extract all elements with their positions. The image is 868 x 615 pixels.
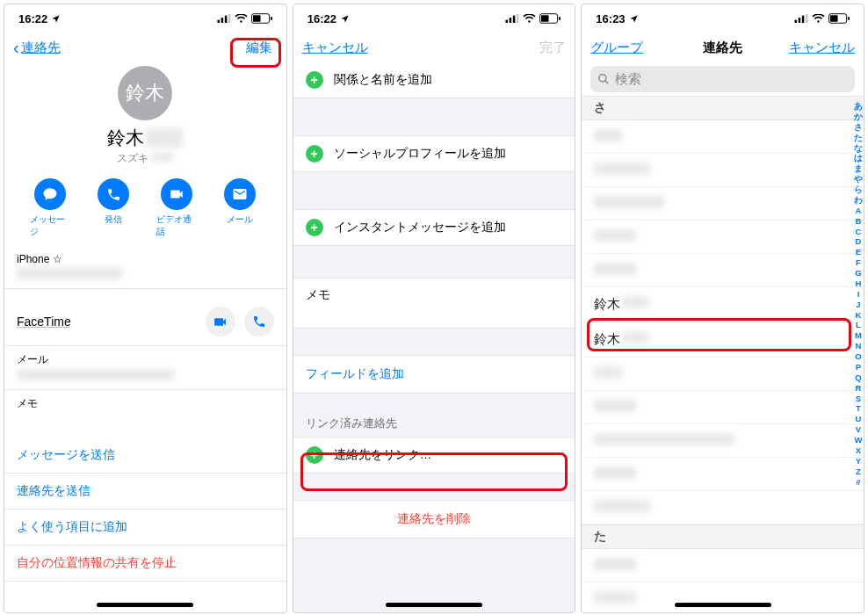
- index-letter[interactable]: A: [856, 206, 862, 216]
- index-letter[interactable]: N: [856, 341, 862, 351]
- contact-row[interactable]: [582, 358, 864, 391]
- cancel-button[interactable]: キャンセル: [789, 40, 855, 56]
- contact-row[interactable]: [582, 391, 864, 424]
- edit-button[interactable]: 編集: [241, 38, 278, 58]
- status-time: 16:23: [596, 12, 625, 25]
- index-letter[interactable]: P: [856, 362, 861, 373]
- add-relation-row[interactable]: + 関係と名前を追加: [293, 62, 575, 98]
- home-indicator[interactable]: [675, 603, 771, 607]
- link-contact-row[interactable]: + 連絡先をリンク…: [293, 437, 575, 474]
- back-button[interactable]: ‹ 連絡先: [13, 39, 83, 56]
- index-letter[interactable]: S: [856, 394, 861, 404]
- index-letter[interactable]: か: [854, 112, 863, 122]
- contact-list[interactable]: さ鈴木鈴木た: [582, 96, 864, 612]
- index-letter[interactable]: V: [856, 424, 861, 435]
- svg-rect-19: [830, 15, 838, 22]
- index-letter[interactable]: ら: [854, 184, 863, 195]
- contact-row[interactable]: [582, 491, 864, 525]
- index-letter[interactable]: あ: [854, 101, 863, 112]
- add-im-row[interactable]: + インスタントメッセージを追加: [293, 209, 575, 246]
- index-letter[interactable]: T: [856, 403, 861, 414]
- location-icon: [340, 14, 350, 24]
- index-letter[interactable]: C: [856, 227, 862, 237]
- mail-row[interactable]: メール: [4, 346, 286, 390]
- index-letter[interactable]: W: [855, 435, 863, 445]
- memo-field[interactable]: メモ: [293, 278, 575, 329]
- video-icon: [161, 178, 192, 210]
- action-video[interactable]: ビデオ通話: [156, 178, 197, 238]
- link-send-message[interactable]: メッセージを送信: [4, 438, 286, 474]
- svg-rect-20: [848, 17, 850, 20]
- index-letter[interactable]: O: [855, 351, 861, 362]
- index-letter[interactable]: #: [856, 477, 860, 488]
- index-letter[interactable]: L: [856, 320, 861, 330]
- facetime-row: FaceTime: [4, 298, 286, 346]
- index-letter[interactable]: M: [855, 330, 862, 341]
- index-letter[interactable]: D: [856, 236, 862, 247]
- index-letter[interactable]: Q: [855, 373, 861, 383]
- contact-row[interactable]: [582, 458, 864, 491]
- facetime-video-button[interactable]: [206, 307, 235, 336]
- index-letter[interactable]: G: [855, 268, 861, 279]
- status-indicators: [217, 13, 272, 24]
- facetime-audio-button[interactable]: [244, 307, 274, 336]
- contact-row[interactable]: [582, 582, 864, 612]
- index-letter[interactable]: な: [854, 143, 863, 154]
- contact-row[interactable]: [582, 549, 864, 582]
- add-relation-label: 関係と名前を追加: [334, 72, 432, 88]
- contact-row[interactable]: [582, 221, 864, 254]
- action-call[interactable]: 発信: [93, 178, 134, 238]
- index-letter[interactable]: や: [854, 174, 863, 184]
- add-field-row[interactable]: フィールドを追加: [293, 355, 575, 394]
- index-letter[interactable]: B: [856, 216, 862, 227]
- search-input[interactable]: 検索: [590, 66, 855, 92]
- index-letter[interactable]: J: [856, 300, 860, 310]
- contact-row[interactable]: 鈴木: [582, 322, 864, 358]
- contact-row[interactable]: [582, 154, 864, 187]
- plus-icon: +: [306, 446, 323, 464]
- index-letter[interactable]: た: [854, 133, 863, 143]
- contact-header: 鈴木 鈴木 スズキ メッセージ 発信 ビデオ通話 メール: [4, 62, 286, 247]
- add-social-row[interactable]: + ソーシャルプロフィールを追加: [293, 135, 575, 172]
- index-letter[interactable]: H: [856, 279, 862, 289]
- contact-row[interactable]: [582, 424, 864, 458]
- memo-row[interactable]: メモ: [4, 390, 286, 429]
- contact-row[interactable]: [582, 187, 864, 221]
- chevron-left-icon: ‹: [13, 39, 19, 56]
- index-letter[interactable]: I: [857, 289, 860, 300]
- action-message[interactable]: メッセージ: [30, 178, 70, 238]
- home-indicator[interactable]: [386, 603, 482, 607]
- delete-contact-row[interactable]: 連絡先を削除: [293, 500, 575, 539]
- index-letter[interactable]: Y: [856, 456, 861, 467]
- index-letter[interactable]: U: [856, 414, 862, 424]
- contact-row[interactable]: 鈴木: [582, 287, 864, 322]
- index-letter[interactable]: K: [856, 310, 862, 321]
- index-letter[interactable]: さ: [854, 122, 863, 133]
- index-letter[interactable]: F: [856, 257, 861, 268]
- home-indicator[interactable]: [97, 603, 193, 607]
- link-send-contact[interactable]: 連絡先を送信: [4, 474, 286, 510]
- battery-icon: [539, 13, 561, 24]
- index-bar[interactable]: あかさたなはまやらわABCDEFGHIJKLMNOPQRSTUVWXYZ#: [854, 101, 863, 487]
- done-button[interactable]: 完了: [539, 40, 566, 56]
- link-add-favorite[interactable]: よく使う項目に追加: [4, 510, 286, 546]
- search-placeholder: 検索: [615, 71, 641, 88]
- index-letter[interactable]: R: [856, 383, 862, 394]
- index-letter[interactable]: X: [856, 445, 861, 456]
- contact-row[interactable]: [582, 254, 864, 287]
- mail-icon: [224, 178, 256, 210]
- groups-button[interactable]: グループ: [590, 40, 643, 56]
- index-letter[interactable]: ま: [854, 163, 863, 174]
- action-mail[interactable]: メール: [220, 178, 260, 238]
- phone-row[interactable]: iPhone ☆: [4, 247, 286, 289]
- index-letter[interactable]: は: [854, 153, 863, 163]
- index-letter[interactable]: Z: [856, 467, 861, 477]
- contact-actions: メッセージ 発信 ビデオ通話 メール: [30, 178, 260, 238]
- index-letter[interactable]: わ: [854, 195, 863, 206]
- link-stop-sharing[interactable]: 自分の位置情報の共有を停止: [4, 546, 286, 582]
- contact-row[interactable]: [582, 120, 864, 154]
- avatar[interactable]: 鈴木: [118, 66, 172, 120]
- index-letter[interactable]: E: [856, 247, 861, 257]
- phone-icon: [98, 178, 129, 210]
- cancel-button[interactable]: キャンセル: [302, 40, 368, 56]
